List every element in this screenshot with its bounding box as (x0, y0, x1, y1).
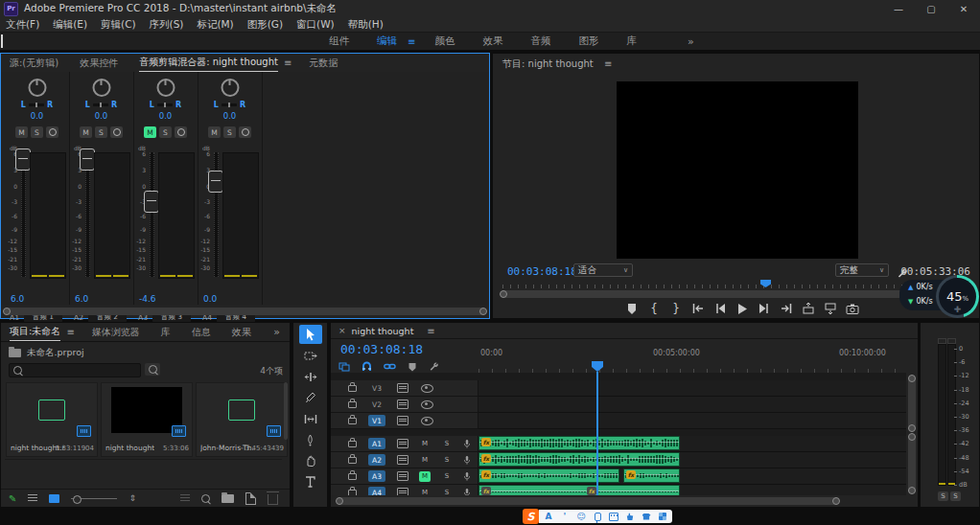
solo-left-button[interactable]: S (938, 491, 948, 501)
razor-tool[interactable] (299, 388, 322, 407)
track-mute-button[interactable]: M (419, 471, 431, 482)
pan-knob[interactable] (28, 79, 46, 97)
tab-effects[interactable]: 效果 (232, 324, 251, 341)
menu-window[interactable]: 窗口(W) (296, 18, 335, 32)
menu-clip[interactable]: 剪辑(C) (101, 18, 136, 32)
minimize-button[interactable]: — (882, 0, 915, 17)
zoom-level-select[interactable]: 适合 ∨ (573, 263, 633, 277)
panel-menu-icon[interactable]: ≡ (284, 57, 292, 68)
automate-to-sequence-button[interactable] (180, 494, 190, 502)
workspace-menu-icon[interactable]: ≡ (408, 36, 415, 47)
toolbox-icon[interactable] (658, 512, 667, 521)
tab-media-browser[interactable]: 媒体浏览器 (92, 324, 140, 341)
track-lane-V1[interactable] (478, 413, 906, 429)
solo-right-button[interactable]: S (950, 491, 961, 501)
track-lock-icon[interactable] (348, 441, 357, 447)
fader-level-value[interactable]: 0.0 (203, 294, 217, 304)
track-solo-button[interactable]: S (441, 488, 453, 496)
track-output-eye-icon[interactable] (421, 384, 433, 393)
pan-slider[interactable] (157, 103, 173, 106)
tab-audio-clip-mixer[interactable]: 音频剪辑混合器: night thought (139, 54, 278, 72)
pan-value[interactable]: 0.0 (133, 111, 198, 121)
project-item-sequence[interactable]: night thought 5:33:06 (101, 382, 193, 457)
fuzzy-mode-icon[interactable]: ' (560, 512, 570, 521)
mark-out-button[interactable]: } (668, 301, 684, 316)
delete-button[interactable] (268, 492, 278, 505)
track-header-A1[interactable]: A1MS (331, 436, 478, 452)
solo-button[interactable]: S (31, 126, 43, 138)
hand-tool[interactable] (299, 451, 322, 470)
audio-clip[interactable]: fxfx (478, 485, 680, 495)
maximize-button[interactable]: ▢ (915, 0, 947, 17)
track-target-badge[interactable]: V3 (368, 382, 385, 394)
track-lock-icon[interactable] (348, 473, 357, 480)
track-mute-button[interactable]: M (419, 439, 431, 449)
pan-knob[interactable] (156, 79, 175, 97)
workspace-tab-assembly[interactable]: 组件 (329, 34, 349, 48)
tab-source-monitor[interactable]: 源:(无剪辑) (10, 55, 58, 72)
track-lock-icon[interactable] (348, 490, 357, 496)
slip-tool[interactable] (299, 409, 322, 428)
system-overlay-widget[interactable]: ▲ 0K/s ▼ 0K/s 45% ✚ (899, 275, 980, 321)
fader-track[interactable] (150, 152, 154, 277)
workspace-overflow-icon[interactable]: » (688, 35, 694, 48)
search-input[interactable] (26, 365, 126, 377)
project-vertical-scrollbar[interactable] (284, 382, 288, 440)
panel-menu-icon[interactable]: ≡ (427, 326, 434, 336)
fx-badge[interactable]: fx (626, 470, 636, 479)
chinese-english-toggle-icon[interactable]: A (544, 512, 553, 521)
pan-value[interactable]: 0.0 (198, 111, 262, 121)
sync-lock-icon[interactable] (397, 399, 408, 409)
track-solo-button[interactable]: S (441, 471, 453, 482)
program-timecode[interactable]: 00:03:08:18 (507, 265, 577, 278)
track-target-badge[interactable]: V2 (368, 399, 385, 410)
pan-value[interactable]: 0.0 (69, 111, 133, 121)
fx-badge[interactable]: fx (481, 438, 491, 446)
fader-level-value[interactable]: -4.6 (139, 294, 156, 304)
menu-edit[interactable]: 编辑(E) (53, 18, 87, 32)
playback-resolution-select[interactable]: 完整 ∨ (835, 263, 889, 277)
soft-keyboard-icon[interactable] (609, 512, 618, 521)
fx-badge[interactable]: fx (481, 454, 491, 463)
audio-type-badge[interactable] (77, 425, 91, 437)
write-keyframes-button[interactable] (46, 126, 58, 138)
ripple-edit-tool[interactable] (299, 367, 322, 386)
video-tracks-scrollbar[interactable] (908, 376, 916, 431)
type-tool[interactable] (299, 472, 322, 491)
panel-menu-icon[interactable]: ≡ (604, 58, 612, 69)
track-mute-button[interactable]: M (419, 455, 431, 466)
timeline-horizontal-scrollbar[interactable] (337, 497, 839, 505)
mark-in-button[interactable]: { (646, 301, 662, 316)
write-keyframes-button[interactable] (239, 126, 251, 138)
track-lane-A1[interactable]: fx (478, 436, 906, 452)
program-scrub-ruler[interactable] (502, 281, 905, 288)
go-to-in-button[interactable] (690, 301, 706, 316)
track-lock-icon[interactable] (348, 457, 357, 464)
menu-file[interactable]: 文件(F) (6, 18, 39, 32)
fx-badge[interactable]: fx (481, 470, 491, 479)
track-lock-icon[interactable] (348, 418, 357, 424)
play-button[interactable] (735, 301, 750, 316)
track-output-eye-icon[interactable] (421, 400, 433, 409)
track-lane-V2[interactable] (478, 397, 906, 413)
workspace-tab-graphics[interactable]: 图形 (578, 34, 598, 48)
program-zoom-scrollbar[interactable] (501, 290, 907, 298)
workspace-tab-effects[interactable]: 效果 (482, 34, 502, 48)
memory-usage-gauge[interactable]: 45% ✚ (936, 275, 979, 318)
linked-selection-icon[interactable] (384, 362, 396, 371)
write-keyframes-button[interactable] (110, 126, 123, 138)
pen-tool[interactable] (299, 430, 322, 449)
track-solo-button[interactable]: S (441, 455, 453, 466)
audio-clip[interactable]: fx (623, 468, 680, 483)
fx-badge[interactable]: fx (587, 487, 596, 495)
sequence-tab-label[interactable]: night thought (352, 326, 414, 336)
panel-overflow-icon[interactable]: » (273, 326, 280, 338)
go-to-out-button[interactable] (779, 301, 794, 316)
add-marker-button[interactable] (624, 301, 640, 316)
project-search-box[interactable] (9, 363, 141, 377)
close-icon[interactable]: × (338, 326, 346, 335)
lift-button[interactable] (801, 301, 816, 316)
tab-project[interactable]: 项目:未命名 (10, 323, 60, 341)
track-lane-A4[interactable]: fxfx (478, 485, 906, 495)
new-item-button[interactable] (245, 492, 256, 505)
